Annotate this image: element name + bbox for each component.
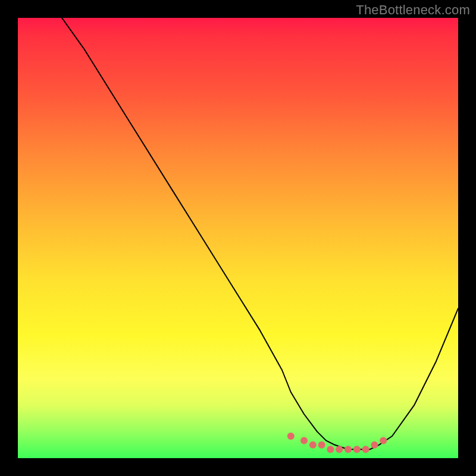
highlight-dot	[345, 446, 352, 453]
chart-frame: TheBottleneck.com	[0, 0, 476, 476]
highlight-dot	[362, 446, 369, 453]
highlight-dot	[300, 437, 308, 444]
highlight-dot	[353, 446, 361, 453]
highlight-dot	[371, 441, 378, 449]
highlight-dot	[318, 441, 325, 449]
highlight-points	[287, 433, 387, 453]
bottleneck-curve	[62, 18, 458, 449]
watermark-text: TheBottleneck.com	[356, 2, 470, 18]
highlight-dot	[309, 441, 317, 449]
highlight-dot	[327, 446, 334, 453]
highlight-dot	[287, 433, 295, 440]
highlight-dot	[380, 437, 387, 444]
chart-svg	[18, 18, 458, 458]
highlight-dot	[336, 446, 343, 453]
plot-area	[18, 18, 458, 458]
